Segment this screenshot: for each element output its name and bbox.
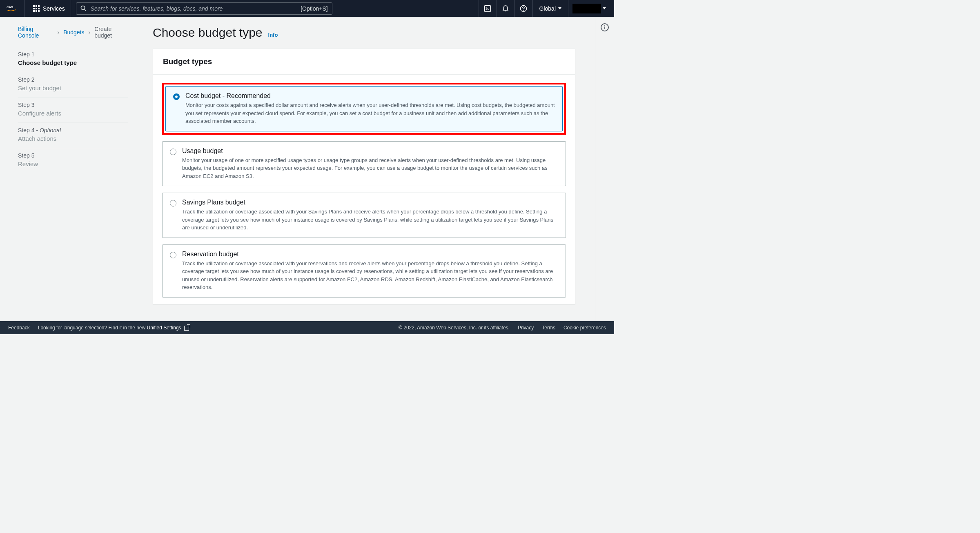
svg-point-6 bbox=[523, 10, 524, 11]
chevron-right-icon: › bbox=[57, 29, 59, 36]
footer-copyright: © 2022, Amazon Web Services, Inc. or its… bbox=[399, 325, 510, 331]
option-description: Monitor your costs against a specified d… bbox=[185, 101, 555, 125]
radio-icon bbox=[173, 93, 180, 100]
option-title: Savings Plans budget bbox=[182, 199, 558, 206]
budget-option-usage[interactable]: Usage budget Monitor your usage of one o… bbox=[162, 141, 566, 187]
search-shortcut: [Option+S] bbox=[301, 5, 328, 12]
radio-icon bbox=[170, 252, 176, 258]
svg-text:aws: aws bbox=[7, 4, 13, 9]
region-selector[interactable]: Global bbox=[532, 0, 568, 17]
option-title: Cost budget - Recommended bbox=[185, 92, 555, 100]
svg-point-1 bbox=[81, 6, 85, 9]
terms-link[interactable]: Terms bbox=[542, 325, 555, 331]
external-link-icon bbox=[184, 326, 189, 331]
account-name-redacted bbox=[572, 4, 601, 13]
footer: Feedback Looking for language selection?… bbox=[0, 321, 614, 334]
step-number: Step 2 bbox=[18, 76, 128, 83]
info-link[interactable]: Info bbox=[268, 32, 278, 38]
services-grid-icon bbox=[33, 5, 40, 12]
option-description: Monitor your usage of one or more specif… bbox=[182, 156, 558, 180]
footer-lang-hint: Looking for language selection? Find it … bbox=[38, 325, 189, 331]
wizard-step-1[interactable]: Step 1 Choose budget type bbox=[18, 47, 128, 72]
budget-option-cost[interactable]: Cost budget - Recommended Monitor your c… bbox=[165, 86, 563, 131]
step-title: Review bbox=[18, 160, 128, 167]
cookie-prefs-link[interactable]: Cookie preferences bbox=[564, 325, 606, 331]
search-input[interactable]: Search for services, features, blogs, do… bbox=[76, 2, 332, 15]
unified-settings-link[interactable]: Unified Settings bbox=[147, 325, 189, 331]
privacy-link[interactable]: Privacy bbox=[518, 325, 534, 331]
wizard-steps: Step 1 Choose budget type Step 2 Set you… bbox=[18, 47, 128, 173]
main-content: Choose budget type Info Budget types Cos… bbox=[136, 17, 595, 321]
budget-option-savings-plans[interactable]: Savings Plans budget Track the utilizati… bbox=[162, 193, 566, 238]
step-number: Step 3 bbox=[18, 102, 128, 108]
help-icon bbox=[520, 5, 527, 12]
option-title: Usage budget bbox=[182, 147, 558, 155]
option-title: Reservation budget bbox=[182, 251, 558, 258]
option-description: Track the utilization or coverage associ… bbox=[182, 208, 558, 232]
option-description: Track the utilization or coverage associ… bbox=[182, 260, 558, 291]
region-label: Global bbox=[539, 5, 556, 12]
breadcrumb-billing-console[interactable]: Billing Console bbox=[18, 26, 53, 39]
help-panel-toggle[interactable]: i bbox=[601, 23, 609, 31]
step-number: Step 1 bbox=[18, 51, 128, 58]
radio-icon bbox=[170, 200, 176, 207]
step-number: Step 4 - Optional bbox=[18, 127, 128, 133]
left-column: Billing Console › Budgets › Create budge… bbox=[0, 17, 136, 321]
step-title: Configure alerts bbox=[18, 110, 128, 117]
step-title: Set your budget bbox=[18, 84, 128, 91]
services-menu-button[interactable]: Services bbox=[27, 0, 71, 17]
caret-down-icon bbox=[603, 7, 606, 9]
caret-down-icon bbox=[558, 7, 561, 9]
help-button[interactable] bbox=[514, 0, 532, 17]
right-rail: i bbox=[595, 17, 614, 321]
search-placeholder: Search for services, features, blogs, do… bbox=[91, 5, 301, 12]
page-heading: Choose budget type Info bbox=[136, 26, 584, 40]
breadcrumb-current: Create budget bbox=[94, 26, 128, 39]
wizard-step-3[interactable]: Step 3 Configure alerts bbox=[18, 98, 128, 123]
services-label: Services bbox=[43, 5, 65, 12]
bell-icon bbox=[502, 5, 509, 12]
account-menu[interactable] bbox=[568, 0, 609, 17]
topnav-right: Global bbox=[479, 0, 609, 17]
aws-logo[interactable]: aws bbox=[5, 0, 25, 17]
feedback-link[interactable]: Feedback bbox=[8, 325, 30, 331]
wizard-step-4[interactable]: Step 4 - Optional Attach actions bbox=[18, 123, 128, 148]
notifications-button[interactable] bbox=[497, 0, 514, 17]
step-number: Step 5 bbox=[18, 152, 128, 159]
breadcrumb: Billing Console › Budgets › Create budge… bbox=[18, 26, 128, 39]
panel-title: Budget types bbox=[153, 49, 575, 75]
search-icon bbox=[80, 5, 87, 11]
chevron-right-icon: › bbox=[89, 29, 91, 36]
budget-option-reservation[interactable]: Reservation budget Track the utilization… bbox=[162, 244, 566, 298]
panel-body: Cost budget - Recommended Monitor your c… bbox=[153, 75, 575, 298]
cloudshell-button[interactable] bbox=[479, 0, 497, 17]
breadcrumb-budgets[interactable]: Budgets bbox=[63, 29, 84, 36]
top-nav: aws Services Search for services, featur… bbox=[0, 0, 614, 17]
page-title: Choose budget type bbox=[153, 26, 263, 40]
step-title: Choose budget type bbox=[18, 59, 128, 66]
wizard-step-2[interactable]: Step 2 Set your budget bbox=[18, 72, 128, 98]
step-title: Attach actions bbox=[18, 135, 128, 142]
aws-logo-icon: aws bbox=[7, 4, 20, 13]
cloudshell-icon bbox=[484, 5, 491, 12]
wizard-step-5[interactable]: Step 5 Review bbox=[18, 148, 128, 173]
highlighted-selection: Cost budget - Recommended Monitor your c… bbox=[162, 83, 566, 135]
budget-types-panel: Budget types Cost budget - Recommended M… bbox=[153, 49, 575, 304]
svg-line-2 bbox=[85, 9, 86, 11]
radio-icon bbox=[170, 149, 176, 155]
